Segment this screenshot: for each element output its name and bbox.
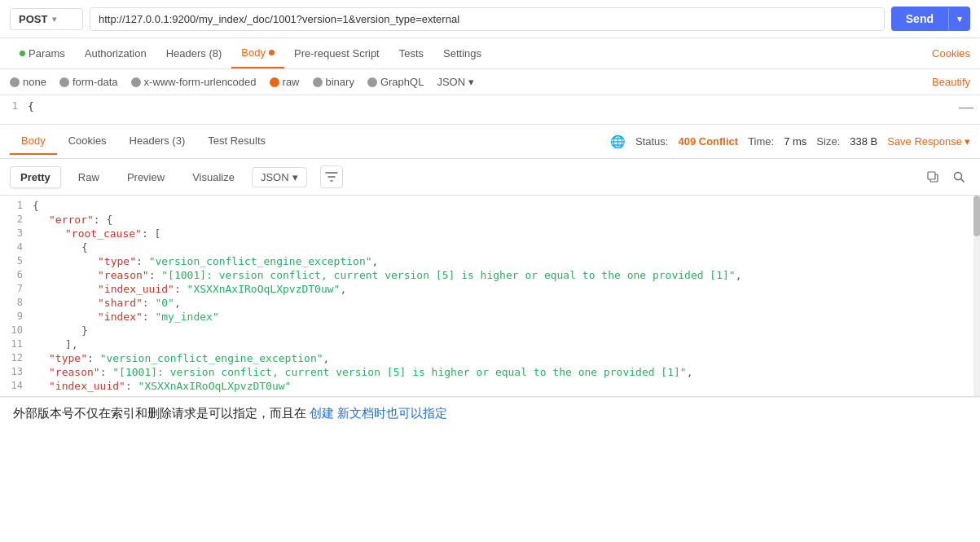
body-type-raw[interactable]: raw (270, 76, 300, 88)
response-scrollbar-track[interactable] (973, 196, 980, 396)
tab-tests[interactable]: Tests (389, 39, 433, 68)
line-number: 1 (0, 200, 33, 211)
table-row: 11], (0, 337, 980, 351)
size-label: Size: (816, 135, 840, 148)
copy-button[interactable] (921, 165, 944, 188)
response-json-select[interactable]: JSON ▾ (252, 167, 307, 187)
url-bar: POST ▾ Send ▾ (0, 0, 980, 38)
method-label: POST (19, 13, 47, 25)
json-line-content: { (33, 241, 980, 253)
graphql-label: GraphQL (380, 76, 424, 88)
search-icon (952, 170, 965, 183)
json-format-select[interactable]: JSON ▾ (437, 76, 474, 88)
method-select[interactable]: POST ▾ (10, 8, 83, 30)
json-line-content: "index": "my_index" (33, 311, 980, 323)
json-format-arrow: ▾ (468, 76, 474, 88)
save-response-arrow: ▾ (965, 135, 970, 148)
none-label: none (23, 76, 46, 88)
body-type-bar: none form-data x-www-form-urlencoded raw… (0, 69, 980, 95)
url-input[interactable] (90, 7, 885, 31)
body-type-binary[interactable]: binary (313, 76, 354, 88)
resp-headers-label: Headers (3) (130, 134, 186, 147)
line-number: 12 (0, 352, 33, 364)
tab-pre-request[interactable]: Pre-request Script (284, 39, 389, 68)
body-type-graphql[interactable]: GraphQL (367, 76, 424, 88)
json-line-content: "error": { (33, 214, 980, 226)
params-dot (20, 51, 25, 56)
table-row: 4{ (0, 240, 980, 254)
send-dropdown-icon[interactable]: ▾ (948, 8, 970, 30)
tab-body-label: Body (241, 46, 266, 59)
resp-tab-headers[interactable]: Headers (3) (118, 128, 197, 155)
copy-icon (926, 170, 939, 183)
line-number: 2 (0, 214, 33, 225)
resp-tab-cookies[interactable]: Cookies (57, 128, 118, 155)
tab-body[interactable]: Body (231, 38, 284, 68)
response-json-label: JSON (261, 171, 289, 183)
editor-content[interactable]: { (24, 99, 952, 114)
send-button[interactable]: Send ▾ (891, 7, 970, 31)
json-line-content: "index_uuid": "XSXXnAxIRoOqLXpvzDT0uw", (33, 283, 980, 295)
request-editor[interactable]: 1 { — (0, 95, 980, 125)
body-type-form-data[interactable]: form-data (59, 76, 118, 88)
svg-line-3 (961, 179, 965, 183)
collapse-icon[interactable]: — (959, 99, 980, 116)
tab-headers[interactable]: Headers (8) (156, 39, 232, 68)
line-number: 3 (0, 227, 33, 239)
cookies-link[interactable]: Cookies (932, 39, 970, 68)
urlencoded-radio (131, 77, 141, 87)
response-icons (921, 165, 970, 188)
line-number-1: 1 (0, 99, 24, 112)
line-number: 4 (0, 241, 33, 253)
format-pretty-button[interactable]: Pretty (10, 166, 61, 188)
body-dot (269, 50, 275, 55)
footer-text-before: 外部版本号不仅在索引和删除请求是可以指定，而且在 (13, 406, 310, 420)
method-arrow-icon: ▾ (52, 15, 56, 24)
line-number: 9 (0, 311, 33, 322)
search-button[interactable] (947, 165, 970, 188)
table-row: 2"error": { (0, 213, 980, 227)
footer-text: 外部版本号不仅在索引和删除请求是可以指定，而且在 创建 新文档时也可以指定 (0, 397, 980, 430)
send-label: Send (891, 7, 948, 31)
line-number: 7 (0, 283, 33, 294)
line-number: 10 (0, 324, 33, 336)
table-row: 13"reason": "[1001]: version conflict, c… (0, 365, 980, 379)
tab-params[interactable]: Params (10, 39, 75, 68)
resp-cookies-label: Cookies (68, 134, 107, 147)
response-scrollbar-thumb[interactable] (973, 196, 980, 236)
resp-tab-test-results[interactable]: Test Results (196, 128, 277, 155)
binary-label: binary (326, 76, 354, 88)
format-visualize-button[interactable]: Visualize (182, 166, 245, 188)
size-value: 338 B (850, 135, 877, 148)
json-line-content: "type": "version_conflict_engine_excepti… (33, 255, 980, 267)
table-row: 7"index_uuid": "XSXXnAxIRoOqLXpvzDT0uw", (0, 282, 980, 296)
json-format-label: JSON (437, 76, 465, 88)
filter-button[interactable] (320, 165, 343, 188)
status-label: Status: (635, 135, 668, 148)
request-body-text: { (24, 100, 34, 112)
json-line-content: "index_uuid": "XSXXnAxIRoOqLXpvzDT0uw" (33, 380, 980, 392)
globe-icon: 🌐 (610, 134, 626, 149)
json-line-content: "reason": "[1001]: version conflict, cur… (33, 366, 980, 378)
table-row: 12"type": "version_conflict_engine_excep… (0, 351, 980, 365)
time-value: 7 ms (784, 135, 806, 148)
table-row: 9"index": "my_index" (0, 310, 980, 324)
tab-settings-label: Settings (443, 47, 481, 59)
save-response-button[interactable]: Save Response ▾ (887, 135, 970, 148)
line-number: 8 (0, 297, 33, 308)
line-number: 13 (0, 366, 33, 377)
filter-icon (325, 170, 338, 183)
resp-tab-body[interactable]: Body (10, 128, 57, 155)
beautify-button[interactable]: Beautify (932, 76, 970, 88)
body-type-urlencoded[interactable]: x-www-form-urlencoded (131, 76, 257, 88)
tab-params-label: Params (29, 47, 65, 59)
tab-settings[interactable]: Settings (433, 39, 491, 68)
format-preview-button[interactable]: Preview (116, 166, 175, 188)
json-line-content: "shard": "0", (33, 297, 980, 309)
body-type-none[interactable]: none (10, 76, 46, 88)
response-format-bar: Pretty Raw Preview Visualize JSON ▾ (0, 159, 980, 196)
format-raw-button[interactable]: Raw (68, 166, 110, 188)
tab-authorization[interactable]: Authorization (75, 39, 156, 68)
json-viewer: 1{2"error": {3"root_cause": [4{5"type": … (0, 196, 980, 396)
table-row: 8"shard": "0", (0, 296, 980, 310)
